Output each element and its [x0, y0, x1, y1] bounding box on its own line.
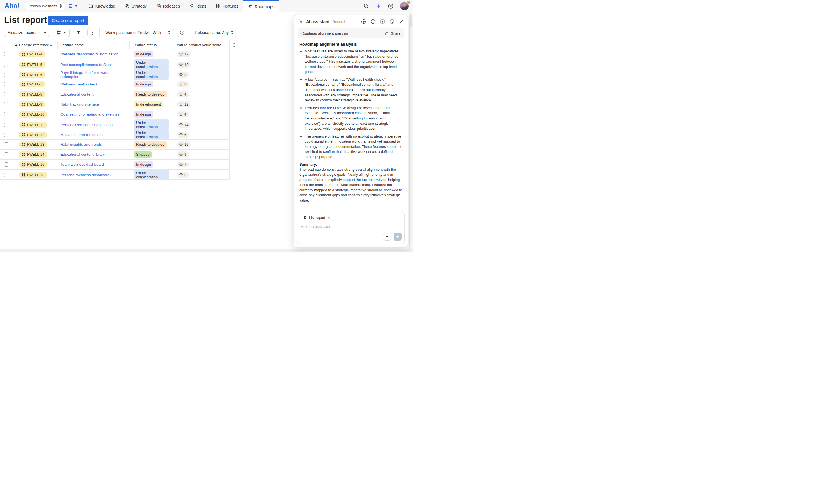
nav-label: Knowledge	[95, 4, 115, 8]
nav-item-knowledge[interactable]: Knowledge	[83, 0, 120, 12]
feature-name-link[interactable]: Wellness health check	[60, 82, 98, 86]
feature-name-link[interactable]: Habit tracking interface	[60, 102, 99, 106]
ai-assistant-button[interactable]	[375, 3, 381, 9]
workspace-menu-button[interactable]	[69, 4, 77, 8]
feature-reference-pill[interactable]: FWELL-9	[19, 101, 45, 108]
filter-button[interactable]	[73, 28, 84, 37]
feature-reference-pill[interactable]: FWELL-7	[19, 81, 45, 87]
search-icon	[363, 3, 369, 9]
column-header-feature-status[interactable]: Feature status	[130, 41, 172, 49]
row-checkbox[interactable]	[4, 102, 8, 106]
context-chip[interactable]: List report ✕	[301, 214, 333, 221]
feature-reference-pill[interactable]: FWELL-6	[19, 72, 45, 78]
remove-workspace-filter-button[interactable]	[88, 28, 97, 37]
dock-panel-button[interactable]	[380, 19, 385, 24]
feature-card-icon	[22, 63, 25, 66]
collapsed-right-rail[interactable]	[409, 12, 413, 252]
close-icon[interactable]	[399, 19, 404, 24]
new-chat-button[interactable]	[361, 19, 366, 24]
score-pill: # 4	[177, 111, 189, 117]
workspace-filter-value[interactable]: Workspace name: Fredwin Welln...	[102, 28, 174, 37]
share-button[interactable]: Share	[385, 31, 401, 36]
list-report-table: Feature reference # Feature name Feature…	[0, 41, 239, 180]
chat-title-bar[interactable]: Roadmap alignment analysis Share	[298, 28, 404, 39]
release-filter-value[interactable]: Release name: Any	[192, 28, 237, 37]
svg-text:#: #	[180, 164, 181, 165]
feature-ref: FWELL-6	[27, 73, 42, 77]
settings-dropdown[interactable]	[53, 28, 70, 37]
history-button[interactable]	[371, 19, 375, 24]
feature-name-link[interactable]: Payroll integration for rewards redempti…	[60, 70, 127, 79]
feature-name-cell: Educational content	[58, 92, 130, 97]
row-checkbox[interactable]	[4, 162, 8, 167]
feature-name-link[interactable]: Educational content library	[60, 152, 105, 156]
remove-context-chip-button[interactable]: ✕	[327, 216, 330, 219]
nav-item-roadmaps-active-tab[interactable]: Roadmaps	[243, 0, 279, 12]
select-all-checkbox[interactable]	[4, 43, 8, 47]
search-button[interactable]	[363, 3, 369, 9]
create-new-report-button[interactable]: Create new report	[48, 16, 88, 25]
nav-item-features[interactable]: Features	[211, 0, 243, 12]
feature-reference-pill[interactable]: FWELL-10	[19, 111, 47, 118]
feature-name-cell: Goal setting for eating and exercise	[58, 112, 130, 116]
feature-name-link[interactable]: Goal setting for eating and exercise	[60, 112, 119, 116]
feature-status-cell: Ready to develop	[130, 141, 172, 147]
feature-name-link[interactable]: Motivation and reminders	[60, 133, 103, 137]
row-checkbox[interactable]	[4, 173, 8, 177]
help-icon: ?	[388, 3, 394, 9]
row-checkbox[interactable]	[4, 142, 8, 146]
nav-item-strategy[interactable]: Strategy	[120, 0, 152, 12]
feature-reference-pill[interactable]: FWELL-13	[19, 141, 47, 147]
visualize-records-dropdown[interactable]: Visualize records in	[4, 28, 50, 37]
score-pill: # 14	[177, 122, 191, 128]
feature-reference-pill[interactable]: FWELL-16	[19, 172, 47, 178]
send-button[interactable]	[394, 233, 402, 241]
feature-reference-pill[interactable]: FWELL-5	[19, 62, 45, 68]
nav-label: Features	[223, 4, 238, 8]
row-checkbox[interactable]	[4, 112, 8, 116]
feature-name-link[interactable]: Educational content	[60, 92, 94, 97]
row-checkbox[interactable]	[4, 133, 8, 137]
feature-name-link[interactable]: Personalized habit suggestions	[60, 123, 113, 127]
remove-release-filter-button[interactable]	[177, 28, 187, 37]
row-checkbox[interactable]	[4, 63, 8, 67]
release-filter-chip: Release name: Any	[177, 28, 237, 37]
feature-card-icon	[22, 83, 25, 86]
row-checkbox[interactable]	[4, 123, 8, 127]
column-header-feature-name[interactable]: Feature name	[58, 41, 130, 49]
nav-item-ideas[interactable]: Ideas	[185, 0, 211, 12]
aha-logo[interactable]: Aha!	[4, 2, 19, 10]
rail-handle[interactable]	[410, 14, 412, 27]
feature-reference-pill[interactable]: FWELL-14	[19, 151, 47, 158]
column-header-product-value-score[interactable]: Feature product value score	[172, 41, 230, 49]
feature-name-link[interactable]: Personal wellness dashboard	[60, 173, 109, 177]
add-column-button[interactable]	[233, 43, 236, 47]
feature-name-link[interactable]: Post accomplishments to Slack	[60, 63, 113, 67]
feature-reference-pill[interactable]: FWELL-4	[19, 51, 45, 57]
feature-reference-pill[interactable]: FWELL-8	[19, 91, 45, 98]
status-badge: In development	[134, 101, 164, 108]
chevron-down-icon	[44, 32, 46, 34]
nav-item-releases[interactable]: Releases	[152, 0, 185, 12]
row-checkbox[interactable]	[4, 52, 8, 56]
assistant-input-card: List report ✕ Ask the assistant +	[297, 211, 405, 244]
feature-name-link[interactable]: Wellness dashboard customization	[60, 52, 118, 56]
help-button[interactable]: ?	[388, 3, 394, 9]
popout-panel-button[interactable]	[390, 19, 394, 24]
add-attachment-button[interactable]: +	[383, 233, 391, 241]
feature-reference-pill[interactable]: FWELL-11	[19, 122, 47, 128]
feature-reference-pill[interactable]: FWELL-15	[19, 161, 47, 168]
feature-reference-cell: FWELL-5	[12, 62, 58, 68]
send-arrow-icon	[396, 235, 400, 239]
row-checkbox[interactable]	[4, 82, 8, 86]
feature-name-link[interactable]: Habit insights and trends	[60, 142, 102, 146]
row-checkbox[interactable]	[4, 73, 8, 77]
column-header-feature-reference[interactable]: Feature reference #	[12, 41, 58, 49]
row-checkbox[interactable]	[4, 92, 8, 97]
assistant-input[interactable]: Ask the assistant	[301, 225, 401, 229]
workspace-selector[interactable]: Fredwin Wellness	[24, 2, 65, 10]
ai-bullet-list: Most features are linked to one of two s…	[299, 49, 402, 160]
row-checkbox[interactable]	[4, 152, 8, 156]
feature-name-link[interactable]: Team wellness dashboard	[60, 162, 104, 167]
feature-reference-pill[interactable]: FWELL-12	[19, 132, 47, 138]
